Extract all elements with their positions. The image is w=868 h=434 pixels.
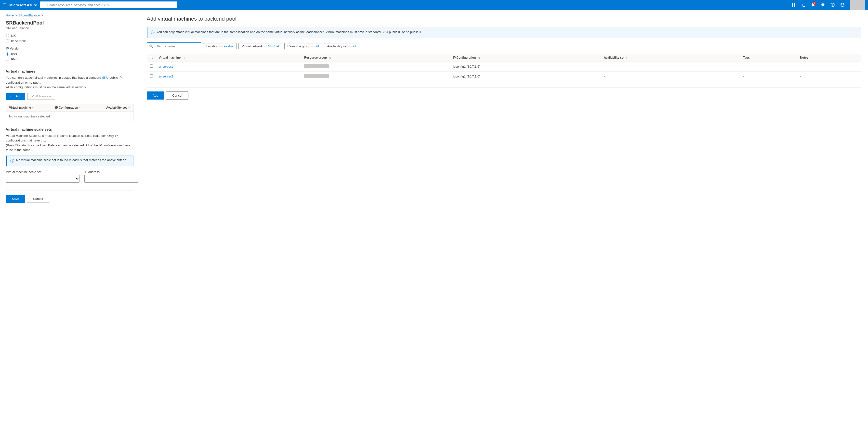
radio-ipv6[interactable]: IPv6 <box>6 57 134 61</box>
info-note-text: You can only attach virtual machines tha… <box>157 30 423 35</box>
sort-icon-ip-right[interactable]: ↑↓ <box>478 56 480 59</box>
nav-icons: 6 ? <box>789 0 865 10</box>
notifications-icon[interactable]: 6 <box>809 1 817 9</box>
row1-ip: ipconfig1 (10.7.1.5) <box>450 62 601 71</box>
vm-table-header-row: Virtual machine ↑↓ Resource group ↑↓ IP … <box>147 54 861 62</box>
filter-search-box[interactable]: 🔍 <box>147 42 201 50</box>
cloud-shell-icon[interactable] <box>799 1 807 9</box>
ip-type-group: NIC IP Address <box>6 34 134 43</box>
filter-vnet-label: Virtual network <box>242 44 264 48</box>
remove-icon: ✕ <box>31 94 34 98</box>
col-header-avail: Availability set ↑↓ <box>601 54 740 62</box>
panel-subtitle: SRLoadBalance <box>6 26 134 30</box>
sort-icon-vm[interactable]: ↑↓ <box>32 106 34 109</box>
bottom-buttons: Save Cancel <box>6 191 134 207</box>
user-avatar[interactable] <box>850 0 865 10</box>
feedback-icon[interactable] <box>839 1 846 9</box>
svg-rect-3 <box>794 5 795 7</box>
left-panel: Home > SRLoadBalance > SRBackendPool SRL… <box>0 10 140 434</box>
sku-link[interactable]: SKU <box>102 76 109 79</box>
breadcrumb: Home > SRLoadBalance > <box>6 14 134 17</box>
filter-rg[interactable]: Resource group == all <box>284 43 322 49</box>
row1-checkbox[interactable] <box>150 65 153 68</box>
row2-checkbox-cell[interactable] <box>147 71 156 81</box>
table-row: sr-server2 ipconfig1 (10.7.1.6) - - - <box>147 71 861 81</box>
right-bottom-buttons: Add Cancel <box>147 87 861 100</box>
vm-col-header-vm: Virtual machine ↑↓ <box>9 106 53 109</box>
filter-location[interactable]: Location == eastus <box>203 43 237 49</box>
help-icon[interactable]: ? <box>829 1 837 9</box>
row1-notes: - <box>797 62 861 71</box>
sort-icon-avail[interactable]: ↑↓ <box>128 106 130 109</box>
row1-rg-placeholder <box>304 64 329 68</box>
breadcrumb-home[interactable]: Home <box>6 14 14 17</box>
sort-icon-rg-right[interactable]: ↑↓ <box>329 56 331 59</box>
add-vm-button[interactable]: + + Add <box>6 93 25 100</box>
vmss-section-title: Virtual machine scale sets <box>6 127 134 131</box>
svg-rect-1 <box>794 3 795 5</box>
filter-location-label: Location <box>206 44 219 48</box>
cancel-right-button[interactable]: Cancel <box>166 92 188 100</box>
row2-checkbox[interactable] <box>150 74 153 77</box>
radio-nic[interactable]: NIC <box>6 34 134 37</box>
settings-icon[interactable] <box>819 1 827 9</box>
vmss-ip-form-group: IP address <box>84 170 138 183</box>
filter-name-input[interactable] <box>155 44 199 48</box>
vmss-select[interactable] <box>6 175 80 183</box>
radio-nic-input[interactable] <box>6 34 9 37</box>
filter-vnet-val: SRVnet <box>268 44 279 48</box>
radio-nic-label: NIC <box>11 34 17 37</box>
select-all-checkbox[interactable] <box>150 56 153 59</box>
hamburger-menu[interactable]: ☰ <box>3 3 6 7</box>
radio-ip-input[interactable] <box>6 39 9 42</box>
radio-ip-label: IP Address <box>11 39 27 43</box>
row1-avail: - <box>601 62 740 71</box>
filter-location-eq: == <box>219 44 224 48</box>
filter-row: 🔍 Location == eastus Virtual network == … <box>147 42 861 50</box>
global-search-input[interactable] <box>40 1 177 8</box>
vm-table-container: Virtual machine ↑↓ IP Configuration ↑↓ A… <box>6 104 134 121</box>
col-header-checkbox <box>147 54 156 62</box>
ip-version-label: IP Version <box>6 46 134 50</box>
filter-rg-val: all <box>316 44 319 48</box>
filter-avail-label: Availability set <box>327 44 348 48</box>
row1-rg <box>301 62 450 71</box>
remove-vm-button[interactable]: ✕ ✕ Remove <box>27 93 55 100</box>
vm-selection-table: Virtual machine ↑↓ Resource group ↑↓ IP … <box>147 54 861 81</box>
row1-vm: sr-server1 <box>156 62 301 71</box>
radio-ipv4[interactable]: IPv4 <box>6 52 134 56</box>
radio-ip-address[interactable]: IP Address <box>6 39 134 43</box>
row2-rg-placeholder <box>304 74 329 78</box>
portal-icon[interactable] <box>789 1 797 9</box>
col-header-notes: Notes <box>797 54 861 62</box>
row2-notes: - <box>797 71 861 81</box>
vmss-form-group: Virtual machine scale set <box>6 170 80 183</box>
sort-icon-avail-right[interactable]: ↑↓ <box>626 56 628 59</box>
vmss-info-text: Virtual Machine Scale Sets must be in sa… <box>6 133 134 153</box>
breadcrumb-parent[interactable]: SRLoadBalance <box>19 14 40 17</box>
radio-ipv4-input[interactable] <box>6 53 9 56</box>
sort-icon-ip[interactable]: ↑↓ <box>79 106 82 109</box>
row1-checkbox-cell[interactable] <box>147 62 156 71</box>
vm-table-empty: No virtual machines selected <box>6 111 133 121</box>
table-row: sr-server1 ipconfig1 (10.7.1.5) - - - <box>147 62 861 71</box>
sort-icon-vm-right[interactable]: ↑↓ <box>183 56 185 59</box>
panel-title: SRBackendPool <box>6 20 134 26</box>
vmss-form-row: Virtual machine scale set IP address <box>6 170 134 187</box>
filter-avail-set[interactable]: Availability set == all <box>324 43 360 49</box>
svg-point-7 <box>841 3 844 7</box>
vmss-form-label: Virtual machine scale set <box>6 170 80 174</box>
filter-vnet[interactable]: Virtual network == SRVnet <box>239 43 282 49</box>
vm-section-title: Virtual machines <box>6 69 134 73</box>
svg-rect-2 <box>792 5 793 7</box>
col-header-ip: IP Configuration ↑↓ <box>450 54 601 62</box>
col-header-tags: Tags <box>740 54 797 62</box>
filter-avail-eq: == <box>348 44 353 48</box>
radio-ipv6-input[interactable] <box>6 58 9 61</box>
cancel-button[interactable]: Cancel <box>27 195 49 203</box>
vmss-ip-input[interactable] <box>84 175 138 183</box>
vm-info-text: You can only attach virtual machines in … <box>6 75 134 90</box>
add-confirm-button[interactable]: Add <box>147 92 164 100</box>
save-button[interactable]: Save <box>6 195 25 203</box>
vm-table-head: Virtual machine ↑↓ Resource group ↑↓ IP … <box>147 54 861 62</box>
